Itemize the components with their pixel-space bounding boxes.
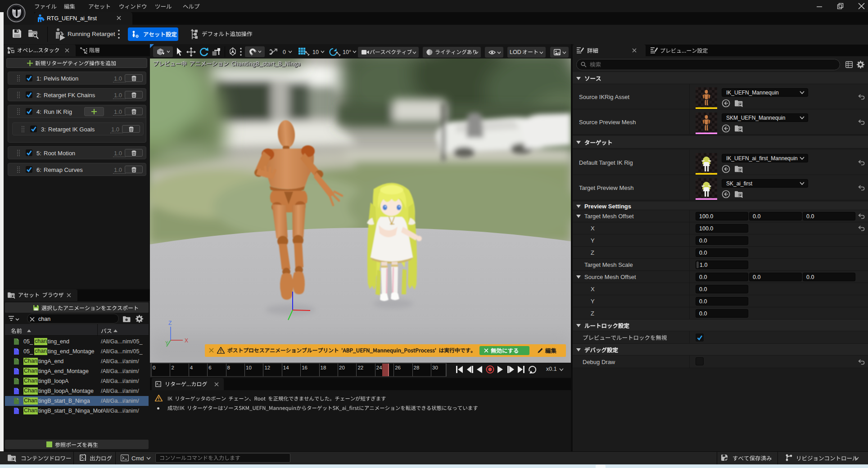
svg-text:Z: Z bbox=[168, 320, 172, 326]
svg-text:X: X bbox=[185, 338, 188, 344]
svg-text:Y: Y bbox=[165, 341, 168, 346]
